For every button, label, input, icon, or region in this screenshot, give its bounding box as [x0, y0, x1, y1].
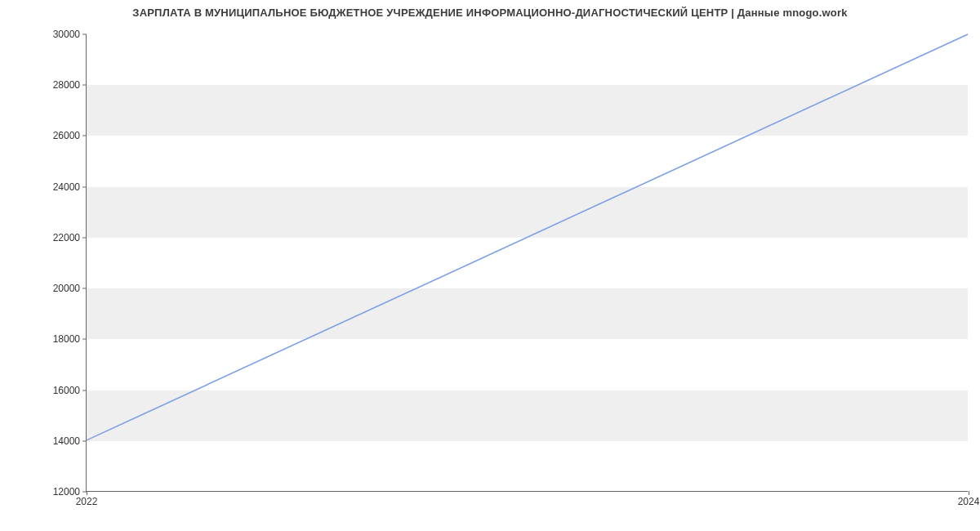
y-tick-mark: [82, 186, 87, 187]
y-tick-mark: [82, 85, 87, 86]
x-tick-mark: [87, 491, 87, 495]
plot-area: 1200014000160001800020000220002400026000…: [86, 34, 968, 492]
y-tick-label: 30000: [53, 29, 80, 40]
x-tick-label: 2024: [958, 496, 980, 507]
y-tick-label: 20000: [53, 283, 80, 294]
y-tick-mark: [82, 339, 87, 340]
y-tick-mark: [82, 288, 87, 289]
chart-container: ЗАРПЛАТА В МУНИЦИПАЛЬНОЕ БЮДЖЕТНОЕ УЧРЕЖ…: [0, 0, 980, 531]
data-line: [87, 34, 968, 440]
y-tick-label: 28000: [53, 79, 80, 91]
y-tick-label: 24000: [53, 181, 80, 193]
y-tick-label: 26000: [53, 130, 80, 141]
x-tick-label: 2022: [76, 496, 98, 507]
y-tick-label: 18000: [53, 333, 80, 345]
y-tick-label: 14000: [53, 435, 80, 447]
chart-title: ЗАРПЛАТА В МУНИЦИПАЛЬНОЕ БЮДЖЕТНОЕ УЧРЕЖ…: [0, 7, 980, 19]
y-tick-label: 16000: [53, 385, 80, 396]
line-layer: [87, 34, 968, 491]
y-tick-label: 22000: [53, 232, 80, 243]
y-tick-mark: [82, 440, 87, 441]
y-tick-mark: [82, 237, 87, 238]
y-tick-mark: [82, 390, 87, 390]
x-tick-mark: [969, 491, 969, 495]
y-tick-mark: [82, 136, 87, 136]
y-tick-mark: [82, 34, 87, 35]
